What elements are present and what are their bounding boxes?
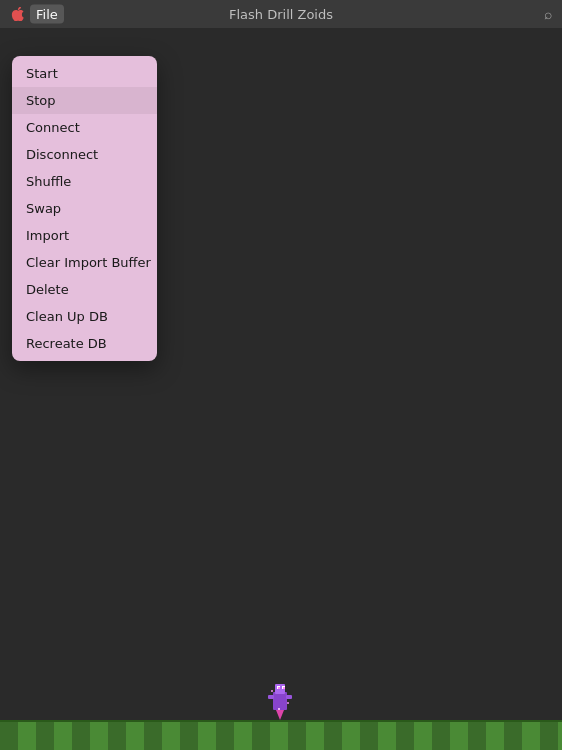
menu-item-swap[interactable]: Swap	[12, 195, 157, 222]
search-icon[interactable]: ⌕	[544, 6, 552, 22]
menu-item-start[interactable]: Start	[12, 60, 157, 87]
svg-rect-4	[278, 687, 280, 689]
svg-rect-8	[286, 695, 292, 699]
svg-marker-6	[276, 710, 284, 720]
file-dropdown-menu: Start Stop Connect Disconnect Shuffle Sw…	[12, 56, 157, 361]
svg-rect-0	[273, 692, 287, 710]
character-sprite	[265, 682, 295, 722]
menu-item-import[interactable]: Import	[12, 222, 157, 249]
menu-item-recreate-db[interactable]: Recreate DB	[12, 330, 157, 357]
menu-item-clear-import-buffer[interactable]: Clear Import Buffer	[12, 249, 157, 276]
game-area: Start Stop Connect Disconnect Shuffle Sw…	[0, 28, 562, 750]
character-svg	[265, 682, 295, 722]
svg-rect-10	[287, 702, 289, 704]
svg-rect-7	[268, 695, 274, 699]
menu-item-shuffle[interactable]: Shuffle	[12, 168, 157, 195]
svg-rect-9	[271, 690, 273, 692]
window-title: Flash Drill Zoids	[229, 7, 333, 22]
svg-rect-11	[278, 708, 280, 710]
svg-rect-5	[283, 687, 285, 689]
apple-icon	[10, 6, 26, 22]
menu-item-clean-up-db[interactable]: Clean Up DB	[12, 303, 157, 330]
ground	[0, 720, 562, 750]
menu-item-connect[interactable]: Connect	[12, 114, 157, 141]
menu-item-stop[interactable]: Stop	[12, 87, 157, 114]
menu-item-delete[interactable]: Delete	[12, 276, 157, 303]
menu-item-disconnect[interactable]: Disconnect	[12, 141, 157, 168]
file-menu-item[interactable]: File	[30, 5, 64, 24]
titlebar: File Flash Drill Zoids ⌕	[0, 0, 562, 28]
